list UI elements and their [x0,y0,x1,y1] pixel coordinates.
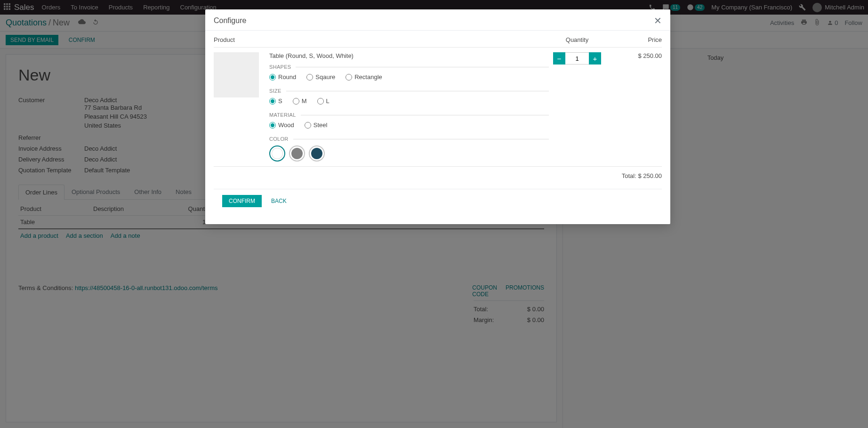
product-thumbnail [214,52,259,97]
qty-input[interactable] [565,52,589,65]
size-m-option[interactable]: M [293,97,307,105]
shape-round-label: Round [278,73,296,81]
material-steel-label: Steel [313,121,328,129]
line-price: $ 250.00 [605,52,662,163]
shape-round-option[interactable]: Round [269,73,296,81]
color-swatch-1[interactable] [289,145,305,162]
modal-col-product: Product [214,36,549,43]
shape-square-label: Sqaure [315,73,335,81]
attr-material-label: MATERIAL [269,112,296,118]
attr-shapes-label: SHAPES [269,64,291,70]
attr-color-label: COLOR [269,136,289,142]
configure-modal: Configure ✕ Product Quantity Price Table… [205,9,670,224]
close-icon[interactable]: ✕ [654,16,662,25]
attr-size-label: SIZE [269,88,281,94]
size-m-label: M [302,97,307,105]
color-swatch-2[interactable] [309,145,325,162]
material-steel-option[interactable]: Steel [305,121,328,129]
size-s-label: S [278,97,282,105]
configured-product-name: Table (Round, S, Wood, White) [269,52,549,59]
modal-title: Configure [214,16,246,25]
material-wood-option[interactable]: Wood [269,121,294,129]
size-l-option[interactable]: L [317,97,330,105]
modal-col-quantity: Quantity [549,36,605,43]
modal-total: Total: $ 250.00 [214,167,662,185]
size-s-option[interactable]: S [269,97,282,105]
material-wood-label: Wood [278,121,294,129]
color-swatch-0[interactable] [269,145,285,162]
shape-rectangle-option[interactable]: Rectangle [346,73,382,81]
qty-decrease-button[interactable]: − [553,52,565,65]
modal-col-price: Price [605,36,662,43]
shape-rectangle-label: Rectangle [354,73,382,81]
modal-back-button[interactable]: BACK [267,195,290,207]
qty-increase-button[interactable]: + [589,52,601,65]
shape-square-option[interactable]: Sqaure [306,73,335,81]
modal-confirm-button[interactable]: CONFIRM [222,195,262,207]
size-l-label: L [326,97,330,105]
